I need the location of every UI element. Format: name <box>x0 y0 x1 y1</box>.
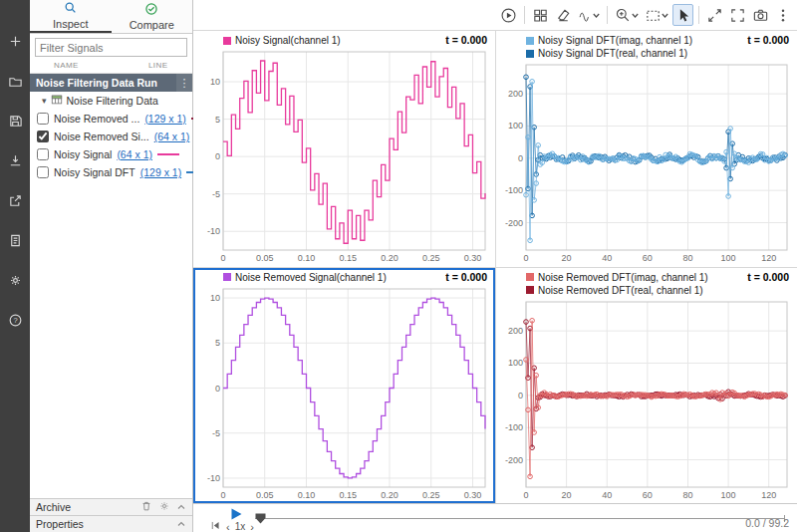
signal-name: Noise Removed Si... <box>54 131 149 142</box>
plot-canvas[interactable]: 020406080100120-200-1000100200 <box>500 60 793 265</box>
group-row[interactable]: ▾ Noise Filtering Data <box>30 92 192 110</box>
preferences-gear-icon[interactable] <box>4 269 26 291</box>
chevron-down-icon <box>662 13 668 18</box>
signal-dims-link[interactable]: (129 x 1) <box>140 166 181 178</box>
tab-inspect-label: Inspect <box>53 18 88 30</box>
signal-row[interactable]: Noise Removed ... (129 x 1) <box>30 110 192 128</box>
svg-text:0.25: 0.25 <box>422 490 440 500</box>
archive-bar[interactable]: Archive <box>30 498 192 515</box>
signal-dims-link[interactable]: (64 x 1) <box>154 131 190 142</box>
signal-dims-link[interactable]: (64 x 1) <box>117 148 152 160</box>
archive-settings-gear-icon[interactable] <box>158 500 170 514</box>
left-panel: Inspect Compare NAME LINE Noise Filterin… <box>30 0 193 532</box>
properties-label: Properties <box>36 518 170 530</box>
add-icon[interactable] <box>4 30 26 52</box>
svg-text:0.15: 0.15 <box>339 490 357 500</box>
time-readout: 0.0 / 99.2 <box>745 517 789 529</box>
group-label: Noise Filtering Data <box>67 95 158 107</box>
run-button[interactable] <box>498 4 519 26</box>
chevron-up-icon[interactable] <box>176 501 186 513</box>
help-icon[interactable]: ? <box>4 309 26 331</box>
signal-name: Noisy Signal DFT <box>54 166 135 178</box>
time-slider-handle[interactable] <box>255 513 266 526</box>
time-cursor-label: t = 0.000 <box>747 34 789 46</box>
plot-canvas[interactable]: 00.050.100.150.200.250.30-10-50510 <box>197 47 491 265</box>
import-icon[interactable] <box>4 149 26 171</box>
more-kebab-icon[interactable] <box>773 4 793 26</box>
time-cursor-label: t = 0.000 <box>445 271 487 283</box>
signal-dims-link[interactable]: (129 x 1) <box>144 113 185 125</box>
legend-swatch <box>526 286 534 294</box>
svg-text:0.20: 0.20 <box>381 490 398 500</box>
svg-text:0: 0 <box>523 253 528 263</box>
svg-text:0.15: 0.15 <box>339 253 357 263</box>
fullscreen-icon[interactable] <box>727 4 748 26</box>
svg-text:10: 10 <box>210 293 220 303</box>
plot-tile-noise-removed-dft[interactable]: Noise Removed DFT(imag, channel 1)Noise … <box>496 268 797 504</box>
tab-inspect[interactable]: Inspect <box>30 0 112 33</box>
export-icon[interactable] <box>4 189 26 211</box>
signal-checkbox[interactable] <box>37 166 49 178</box>
step-back-button[interactable]: ‹ <box>226 521 230 532</box>
plot-canvas[interactable]: 00.050.100.150.200.250.30-10-50510 <box>197 284 491 502</box>
plot-tile-noise-removed-signal[interactable]: Noise Removed Signal(channel 1)t = 0.000… <box>193 268 495 504</box>
layout-grid-icon[interactable] <box>530 4 551 26</box>
plot-legend: Noise Removed DFT(imag, channel 1)Noise … <box>526 271 708 297</box>
legend-label: Noisy Signal DFT(imag, channel 1) <box>538 35 692 46</box>
signal-options-button[interactable] <box>576 4 602 26</box>
pointer-cursor-button[interactable] <box>672 4 693 26</box>
chevron-down-icon[interactable]: ▾ <box>42 96 47 106</box>
step-forward-button[interactable]: › <box>250 521 254 532</box>
svg-text:100: 100 <box>721 253 736 263</box>
chevron-down-icon <box>632 13 639 18</box>
filter-signals-input[interactable] <box>35 38 187 57</box>
signal-row[interactable]: Noisy Signal (64 x 1) <box>30 145 192 163</box>
create-report-icon[interactable] <box>4 229 26 251</box>
jump-to-start-icon[interactable] <box>209 520 221 532</box>
signal-checkbox[interactable] <box>37 148 49 160</box>
tab-compare[interactable]: Compare <box>112 0 193 33</box>
snapshot-camera-icon[interactable] <box>750 4 771 26</box>
legend-entry: Noisy Signal DFT(imag, channel 1) <box>526 34 692 47</box>
plot-canvas[interactable]: 020406080100120-200-1000100200 <box>500 297 793 502</box>
trash-icon[interactable] <box>140 500 152 514</box>
signal-row[interactable]: Noise Removed Si... (64 x 1) <box>30 128 192 145</box>
signal-name: Noise Removed ... <box>54 113 139 125</box>
plot-toolbar <box>193 0 797 30</box>
plot-tile-noisy-signal[interactable]: Noisy Signal(channel 1)t = 0.000 00.050.… <box>193 31 495 267</box>
save-icon[interactable] <box>4 110 26 132</box>
open-folder-icon[interactable] <box>4 70 26 92</box>
clear-plots-eraser-icon[interactable] <box>553 4 574 26</box>
legend-swatch <box>526 37 534 45</box>
chevron-down-icon <box>593 13 600 18</box>
chevron-up-icon[interactable] <box>176 518 186 530</box>
main-area: Noisy Signal(channel 1)t = 0.000 00.050.… <box>193 0 797 532</box>
signal-checkbox[interactable] <box>37 113 49 125</box>
tab-bar: Inspect Compare <box>30 0 192 34</box>
run-menu-kebab-icon[interactable]: ⋮ <box>176 74 192 92</box>
fit-to-view-button[interactable] <box>643 4 670 26</box>
expand-arrows-icon[interactable] <box>704 4 725 26</box>
time-slider[interactable] <box>255 512 785 524</box>
zoom-button[interactable] <box>613 4 641 26</box>
svg-text:100: 100 <box>508 358 523 368</box>
signal-checkbox[interactable] <box>37 131 49 142</box>
playback-bar: ‹ 1x › 0.0 / 99.2 <box>193 503 797 532</box>
properties-bar[interactable]: Properties <box>30 515 192 532</box>
playback-controls: ‹ 1x › <box>209 520 254 532</box>
svg-text:0: 0 <box>220 253 225 263</box>
legend-swatch <box>526 273 534 281</box>
plot-tile-noisy-dft[interactable]: Noisy Signal DFT(imag, channel 1)Noisy S… <box>496 31 797 267</box>
run-header[interactable]: Noise Filtering Data Run ⋮ <box>30 74 192 92</box>
svg-text:-10: -10 <box>207 472 220 482</box>
signal-row[interactable]: Noisy Signal DFT (129 x 1) <box>30 163 192 181</box>
run-title: Noise Filtering Data Run <box>36 77 176 89</box>
svg-text:0: 0 <box>215 383 220 393</box>
legend-label: Noisy Signal DFT(real, channel 1) <box>538 48 687 59</box>
app-toolstrip: ? <box>0 0 30 532</box>
playback-speed[interactable]: 1x <box>235 521 246 532</box>
svg-text:0.10: 0.10 <box>298 490 316 500</box>
svg-text:0.05: 0.05 <box>256 253 274 263</box>
sdi-window: ? Inspect Compare NAME LINE Noise Filter… <box>0 0 797 532</box>
check-circle-icon <box>144 2 158 18</box>
